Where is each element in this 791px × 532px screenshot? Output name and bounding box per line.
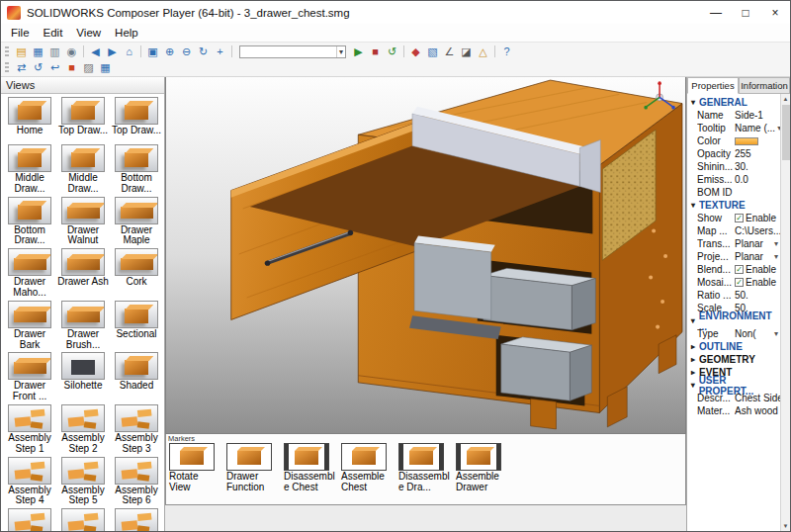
rotate-part-icon[interactable]: ↺	[30, 60, 46, 75]
view-item-drawer-maple[interactable]: Drawer Maple	[110, 197, 163, 247]
view-thumbnail[interactable]	[8, 301, 51, 328]
view-thumbnail[interactable]	[115, 197, 158, 224]
color-swatch[interactable]	[735, 137, 758, 145]
section-view-icon[interactable]: ◪	[458, 44, 475, 59]
zoom-in-icon[interactable]: ⊕	[161, 44, 178, 59]
property-row-tooltip[interactable]: TooltipName (...▾	[687, 122, 780, 134]
minimize-button[interactable]: —	[701, 1, 731, 24]
property-row-ratio[interactable]: Ratio ...50.	[687, 289, 780, 302]
close-button[interactable]: ×	[760, 1, 790, 24]
view-thumbnail[interactable]	[8, 404, 51, 432]
view-thumbnail[interactable]	[8, 144, 51, 172]
view-thumbnail[interactable]	[115, 404, 158, 432]
property-row-shinin[interactable]: Shinin...30.	[687, 160, 780, 173]
view-item-home[interactable]: Home	[3, 97, 56, 142]
section-general[interactable]: ▾GENERAL	[687, 96, 780, 109]
marker-disassemble-chest[interactable]: Disassemble Chest	[284, 443, 335, 493]
marker-assemble-chest[interactable]: Assemble Chest	[341, 443, 393, 493]
views-panel-tab[interactable]: Views	[1, 77, 164, 94]
section-geometry[interactable]: ▸GEOMETRY	[687, 353, 780, 366]
checkbox-icon[interactable]: ✓	[735, 214, 744, 222]
previous-view-icon[interactable]: ◀	[87, 44, 104, 59]
tab-properties[interactable]: Properties	[687, 77, 739, 94]
section-environment[interactable]: ▾ENVIRONMENT ...	[687, 314, 780, 327]
view-thumbnail[interactable]	[115, 508, 158, 531]
section-texture[interactable]: ▾TEXTURE	[687, 199, 780, 212]
scroll-down-icon[interactable]: ▼	[783, 521, 789, 531]
property-row-mosai[interactable]: Mosai...✓Enable	[687, 276, 780, 289]
view-thumbnail[interactable]	[8, 197, 51, 224]
bottom-drawer-box[interactable]	[501, 337, 592, 400]
next-view-icon[interactable]: ▶	[104, 44, 121, 59]
print-icon[interactable]: ▥	[46, 44, 63, 59]
view-item-top-draw[interactable]: Top Draw...	[56, 97, 110, 142]
property-row-show[interactable]: Show✓Enable	[687, 212, 780, 224]
snapshot-icon[interactable]: ◉	[63, 44, 80, 59]
view-thumbnail[interactable]	[8, 352, 51, 380]
view-thumbnail[interactable]	[115, 301, 158, 328]
view-mode-combo[interactable]: ▾	[239, 45, 346, 58]
view-thumbnail[interactable]	[61, 404, 105, 432]
view-item-drawer-walnut[interactable]: Drawer Walnut	[56, 197, 110, 247]
menu-item-help[interactable]: Help	[108, 27, 145, 39]
reset-part-icon[interactable]: ↩	[46, 60, 63, 75]
properties-scrollbar[interactable]: ▲ ▼	[780, 94, 790, 531]
property-row-mater[interactable]: Mater...Ash wood	[687, 404, 780, 417]
pan-view-icon[interactable]: +	[212, 44, 228, 59]
view-thumbnail[interactable]	[61, 301, 105, 328]
property-row-descr[interactable]: Descr...Chest Side	[687, 392, 780, 404]
stop-animation-icon[interactable]: ■	[367, 44, 384, 59]
maximize-button[interactable]: □	[731, 1, 760, 24]
marker-disassemble-dra[interactable]: Disassemble Dra...	[398, 443, 450, 493]
zoom-out-icon[interactable]: ⊖	[178, 44, 195, 59]
section-user-propert[interactable]: ▾USER PROPERT...	[687, 379, 780, 392]
marker-thumbnail[interactable]	[398, 443, 444, 471]
properties-panel-icon[interactable]: ▦	[30, 44, 46, 59]
view-item-assembly-step-8[interactable]: Assembly Step 8	[56, 508, 110, 531]
view-item-cork[interactable]: Cork	[110, 248, 163, 299]
view-thumbnail[interactable]	[61, 457, 105, 485]
bom-icon[interactable]: ▧	[424, 44, 441, 59]
section-outline[interactable]: ▸OUTLINE	[687, 340, 780, 353]
view-item-bottom-draw[interactable]: Bottom Draw...	[110, 144, 163, 195]
view-item-drawer-maho[interactable]: Drawer Maho...	[3, 248, 56, 299]
viewport-3d[interactable]	[165, 77, 686, 434]
view-thumbnail[interactable]	[61, 352, 105, 380]
scroll-thumb[interactable]	[782, 105, 790, 160]
grid-icon[interactable]: ▦	[97, 60, 114, 75]
markers-toggle-icon[interactable]: ◆	[407, 44, 424, 59]
marker-assemble-drawer[interactable]: Assemble Drawer	[456, 443, 507, 493]
3d-scene[interactable]	[166, 77, 685, 433]
view-thumbnail[interactable]	[115, 97, 158, 125]
loop-animation-icon[interactable]: ↺	[384, 44, 400, 59]
view-thumbnail[interactable]	[61, 508, 105, 531]
view-thumbnail[interactable]	[8, 97, 51, 125]
rotate-view-icon[interactable]: ↻	[195, 44, 212, 59]
view-item-assembly-step-5[interactable]: Assembly Step 5	[56, 457, 110, 507]
property-row-blend[interactable]: Blend...✓Enable	[687, 263, 780, 276]
play-animation-icon[interactable]: ▶	[350, 44, 367, 59]
fit-view-icon[interactable]: ▣	[144, 44, 161, 59]
scroll-up-icon[interactable]: ▲	[783, 94, 789, 104]
property-row-trans[interactable]: Trans...Planar▾	[687, 237, 780, 250]
view-thumbnail[interactable]	[61, 197, 105, 224]
view-item-middle-draw[interactable]: Middle Draw...	[3, 144, 56, 195]
marker-thumbnail[interactable]	[284, 443, 329, 471]
view-item-shaded[interactable]: Shaded	[110, 352, 163, 402]
view-item-top-draw[interactable]: Top Draw...	[110, 97, 163, 142]
marker-drawer-function[interactable]: Drawer Function	[226, 443, 278, 493]
view-item-assembly-step-9[interactable]: Assembly Step 9	[110, 508, 163, 531]
view-item-assembly-step-6[interactable]: Assembly Step 6	[110, 457, 163, 507]
view-item-assembly-step-2[interactable]: Assembly Step 2	[56, 404, 110, 455]
property-row-bom-id[interactable]: BOM ID	[687, 186, 780, 199]
dropdown-caret-icon[interactable]: ▾	[336, 46, 345, 57]
property-row-color[interactable]: Color	[687, 134, 780, 147]
view-item-drawer-bark[interactable]: Drawer Bark	[3, 301, 56, 351]
view-item-drawer-brush[interactable]: Drawer Brush...	[56, 301, 110, 351]
property-row-emiss[interactable]: Emiss...0.0	[687, 173, 780, 186]
view-thumbnail[interactable]	[8, 248, 51, 276]
translate-part-icon[interactable]: ⇄	[13, 60, 30, 75]
view-item-assembly-step-7[interactable]: Assembly Step 7	[3, 508, 56, 531]
marker-thumbnail[interactable]	[169, 443, 215, 471]
property-row-type[interactable]: TypeNon(▾	[687, 327, 780, 340]
